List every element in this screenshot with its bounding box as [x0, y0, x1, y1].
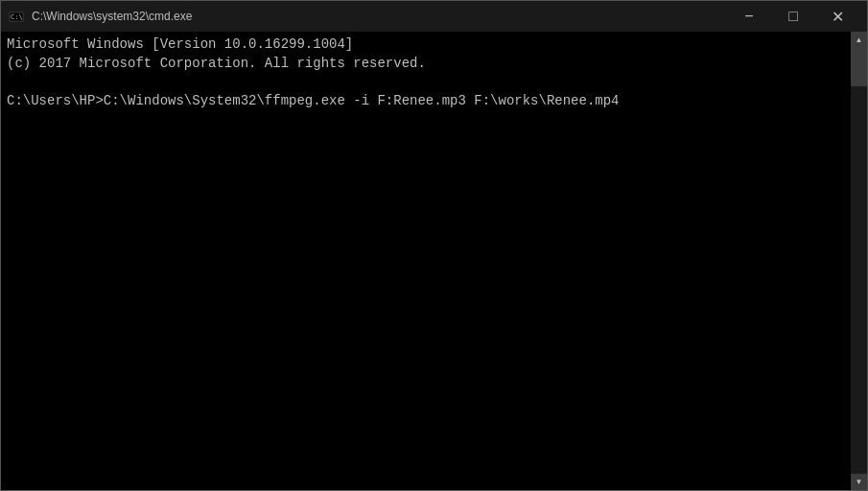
terminal-body: Microsoft Windows [Version 10.0.16299.10…: [1, 32, 867, 490]
maximize-button[interactable]: □: [771, 1, 815, 32]
scrollbar-thumb[interactable]: [851, 48, 867, 86]
terminal-output[interactable]: Microsoft Windows [Version 10.0.16299.10…: [1, 32, 851, 490]
cmd-icon: C:\: [9, 9, 24, 24]
title-bar: C:\ C:\Windows\system32\cmd.exe − □ ✕: [1, 1, 867, 32]
minimize-button[interactable]: −: [727, 1, 771, 32]
cmd-window: C:\ C:\Windows\system32\cmd.exe − □ ✕ Mi…: [0, 0, 868, 491]
scrollbar[interactable]: ▲ ▼: [851, 32, 867, 490]
terminal-line-1: Microsoft Windows [Version 10.0.16299.10…: [7, 36, 353, 52]
window-title: C:\Windows\system32\cmd.exe: [32, 10, 727, 23]
svg-text:C:\: C:\: [11, 13, 23, 21]
window-controls: − □ ✕: [727, 1, 859, 32]
scroll-up-button[interactable]: ▲: [851, 32, 867, 48]
terminal-line-2: (c) 2017 Microsoft Corporation. All righ…: [7, 56, 426, 71]
scrollbar-track[interactable]: [851, 48, 867, 474]
scroll-down-button[interactable]: ▼: [851, 474, 867, 490]
close-button[interactable]: ✕: [815, 1, 859, 32]
terminal-line-4: C:\Users\HP>C:\Windows\System32\ffmpeg.e…: [7, 93, 620, 108]
